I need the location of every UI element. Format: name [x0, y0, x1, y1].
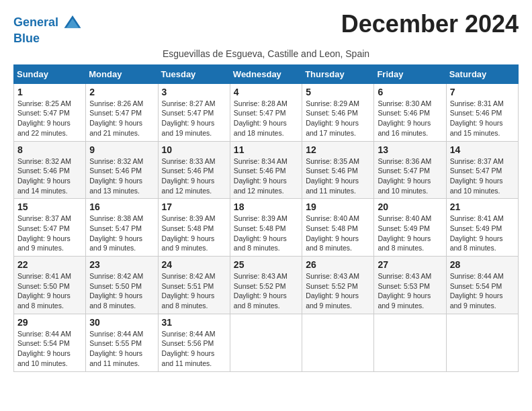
sunrise-label: Sunrise: 8:32 AM	[89, 157, 143, 165]
calendar-cell: 7 Sunrise: 8:31 AM Sunset: 5:46 PM Dayli…	[446, 83, 518, 141]
day-info: Sunrise: 8:41 AM Sunset: 5:50 PM Dayligh…	[17, 271, 82, 311]
sunrise-label: Sunrise: 8:42 AM	[162, 272, 216, 280]
sunrise-label: Sunrise: 8:33 AM	[162, 157, 216, 165]
day-info: Sunrise: 8:30 AM Sunset: 5:46 PM Dayligh…	[378, 99, 442, 138]
day-info: Sunrise: 8:42 AM Sunset: 5:51 PM Dayligh…	[162, 271, 226, 311]
daylight-label: Daylight: 9 hours and 12 minutes.	[162, 177, 215, 195]
day-info: Sunrise: 8:43 AM Sunset: 5:52 PM Dayligh…	[234, 271, 298, 311]
day-number: 13	[378, 144, 442, 155]
sunset-label: Sunset: 5:47 PM	[17, 109, 70, 117]
sunrise-label: Sunrise: 8:43 AM	[234, 272, 287, 280]
day-info: Sunrise: 8:44 AM Sunset: 5:55 PM Dayligh…	[89, 329, 154, 369]
daylight-label: Daylight: 9 hours and 8 minutes.	[378, 234, 431, 253]
calendar-week-row: 15 Sunrise: 8:37 AM Sunset: 5:47 PM Dayl…	[14, 199, 519, 257]
daylight-label: Daylight: 9 hours and 8 minutes.	[89, 291, 142, 310]
calendar-cell: 9 Sunrise: 8:32 AM Sunset: 5:46 PM Dayli…	[86, 141, 158, 199]
daylight-label: Daylight: 9 hours and 8 minutes.	[162, 291, 215, 310]
daylight-label: Daylight: 9 hours and 11 minutes.	[306, 177, 359, 195]
calendar-cell: 22 Sunrise: 8:41 AM Sunset: 5:50 PM Dayl…	[14, 257, 86, 314]
subtitle: Esguevillas de Esgueva, Castille and Leo…	[13, 48, 519, 59]
day-number: 22	[17, 259, 82, 270]
day-info: Sunrise: 8:35 AM Sunset: 5:46 PM Dayligh…	[306, 156, 370, 196]
sunrise-label: Sunrise: 8:36 AM	[378, 157, 431, 165]
logo: General Blue	[13, 13, 82, 46]
sunset-label: Sunset: 5:50 PM	[89, 282, 142, 290]
calendar-cell: 28 Sunrise: 8:44 AM Sunset: 5:54 PM Dayl…	[446, 257, 518, 314]
sunrise-label: Sunrise: 8:37 AM	[450, 157, 504, 165]
sunrise-label: Sunrise: 8:41 AM	[17, 272, 71, 280]
sunrise-label: Sunrise: 8:41 AM	[450, 214, 504, 222]
sunset-label: Sunset: 5:47 PM	[162, 109, 214, 117]
sunset-label: Sunset: 5:52 PM	[234, 282, 286, 290]
daylight-label: Daylight: 9 hours and 9 minutes.	[89, 234, 142, 253]
daylight-label: Daylight: 9 hours and 12 minutes.	[234, 177, 287, 195]
sunset-label: Sunset: 5:47 PM	[17, 224, 70, 232]
calendar-cell: 20 Sunrise: 8:40 AM Sunset: 5:49 PM Dayl…	[374, 199, 446, 257]
day-number: 28	[450, 259, 515, 270]
day-number: 20	[378, 201, 442, 212]
day-info: Sunrise: 8:40 AM Sunset: 5:49 PM Dayligh…	[378, 214, 442, 253]
day-info: Sunrise: 8:43 AM Sunset: 5:52 PM Dayligh…	[306, 271, 370, 311]
sunset-label: Sunset: 5:47 PM	[378, 167, 430, 175]
sunset-label: Sunset: 5:46 PM	[450, 109, 502, 117]
daylight-label: Daylight: 9 hours and 15 minutes.	[450, 119, 503, 137]
sunrise-label: Sunrise: 8:44 AM	[89, 330, 143, 338]
day-info: Sunrise: 8:42 AM Sunset: 5:50 PM Dayligh…	[89, 271, 154, 311]
col-header-wednesday: Wednesday	[230, 64, 302, 83]
sunrise-label: Sunrise: 8:35 AM	[306, 157, 359, 165]
day-number: 19	[306, 201, 370, 212]
daylight-label: Daylight: 9 hours and 8 minutes.	[17, 291, 71, 310]
day-number: 11	[234, 144, 298, 155]
day-info: Sunrise: 8:41 AM Sunset: 5:49 PM Dayligh…	[450, 214, 515, 253]
calendar-cell: 13 Sunrise: 8:36 AM Sunset: 5:47 PM Dayl…	[374, 141, 446, 199]
daylight-label: Daylight: 9 hours and 9 minutes.	[378, 291, 431, 310]
sunset-label: Sunset: 5:50 PM	[17, 282, 70, 290]
calendar-cell: 23 Sunrise: 8:42 AM Sunset: 5:50 PM Dayl…	[86, 257, 158, 314]
calendar-cell: 21 Sunrise: 8:41 AM Sunset: 5:49 PM Dayl…	[446, 199, 518, 257]
calendar-cell: 24 Sunrise: 8:42 AM Sunset: 5:51 PM Dayl…	[158, 257, 230, 314]
sunset-label: Sunset: 5:46 PM	[234, 167, 286, 175]
daylight-label: Daylight: 9 hours and 10 minutes.	[17, 349, 71, 367]
day-number: 21	[450, 201, 515, 212]
calendar-cell: 29 Sunrise: 8:44 AM Sunset: 5:54 PM Dayl…	[14, 314, 86, 371]
day-info: Sunrise: 8:43 AM Sunset: 5:53 PM Dayligh…	[378, 271, 442, 311]
day-number: 9	[89, 144, 154, 155]
month-title: December 2024	[341, 11, 519, 38]
sunrise-label: Sunrise: 8:34 AM	[234, 157, 287, 165]
col-header-thursday: Thursday	[302, 64, 374, 83]
calendar-cell: 30 Sunrise: 8:44 AM Sunset: 5:55 PM Dayl…	[86, 314, 158, 371]
daylight-label: Daylight: 9 hours and 9 minutes.	[450, 291, 503, 310]
sunset-label: Sunset: 5:48 PM	[162, 224, 214, 232]
col-header-friday: Friday	[374, 64, 446, 83]
calendar-cell	[230, 314, 302, 371]
day-info: Sunrise: 8:33 AM Sunset: 5:46 PM Dayligh…	[162, 156, 226, 196]
day-number: 31	[162, 317, 226, 328]
daylight-label: Daylight: 9 hours and 17 minutes.	[306, 119, 359, 137]
calendar-cell: 2 Sunrise: 8:26 AM Sunset: 5:47 PM Dayli…	[86, 83, 158, 141]
sunrise-label: Sunrise: 8:32 AM	[17, 157, 71, 165]
sunrise-label: Sunrise: 8:25 AM	[17, 99, 71, 107]
calendar-cell: 18 Sunrise: 8:39 AM Sunset: 5:48 PM Dayl…	[230, 199, 302, 257]
day-info: Sunrise: 8:34 AM Sunset: 5:46 PM Dayligh…	[234, 156, 298, 196]
calendar-cell: 12 Sunrise: 8:35 AM Sunset: 5:46 PM Dayl…	[302, 141, 374, 199]
day-number: 8	[17, 144, 82, 155]
day-number: 17	[162, 201, 226, 212]
calendar-cell: 1 Sunrise: 8:25 AM Sunset: 5:47 PM Dayli…	[14, 83, 86, 141]
sunrise-label: Sunrise: 8:29 AM	[306, 99, 359, 107]
daylight-label: Daylight: 9 hours and 8 minutes.	[234, 291, 287, 310]
calendar-cell: 27 Sunrise: 8:43 AM Sunset: 5:53 PM Dayl…	[374, 257, 446, 314]
col-header-monday: Monday	[86, 64, 158, 83]
daylight-label: Daylight: 9 hours and 18 minutes.	[234, 119, 287, 137]
logo-line1: General	[13, 13, 82, 32]
day-info: Sunrise: 8:36 AM Sunset: 5:47 PM Dayligh…	[378, 156, 442, 196]
page-header: General Blue December 2024	[13, 11, 519, 46]
daylight-label: Daylight: 9 hours and 14 minutes.	[17, 177, 71, 195]
sunrise-label: Sunrise: 8:44 AM	[450, 272, 504, 280]
day-number: 6	[378, 87, 442, 97]
day-number: 23	[89, 259, 154, 270]
daylight-label: Daylight: 9 hours and 13 minutes.	[89, 177, 142, 195]
sunset-label: Sunset: 5:51 PM	[162, 282, 214, 290]
day-number: 5	[306, 87, 370, 97]
sunset-label: Sunset: 5:46 PM	[17, 167, 70, 175]
sunset-label: Sunset: 5:46 PM	[89, 167, 142, 175]
